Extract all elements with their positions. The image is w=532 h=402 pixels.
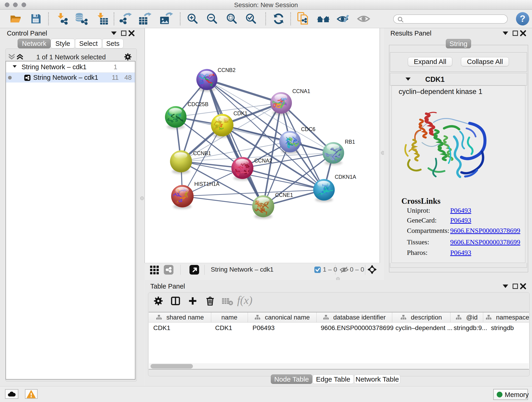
svg-text:RB1: RB1 bbox=[345, 139, 355, 145]
svg-text:CDK1: CDK1 bbox=[234, 110, 247, 116]
svg-text:CDC25B: CDC25B bbox=[188, 101, 209, 107]
svg-text:CDKN1A: CDKN1A bbox=[335, 174, 356, 180]
svg-text:HIST1H1A: HIST1H1A bbox=[194, 181, 220, 187]
svg-text:CCNA2: CCNA2 bbox=[254, 158, 272, 164]
svg-text:CCNB1: CCNB1 bbox=[193, 150, 211, 156]
svg-text:CDC6: CDC6 bbox=[301, 126, 316, 132]
svg-text:CCNE1: CCNE1 bbox=[275, 192, 293, 198]
svg-text:CCNA1: CCNA1 bbox=[292, 88, 310, 94]
svg-text:CCNB2: CCNB2 bbox=[218, 67, 235, 73]
